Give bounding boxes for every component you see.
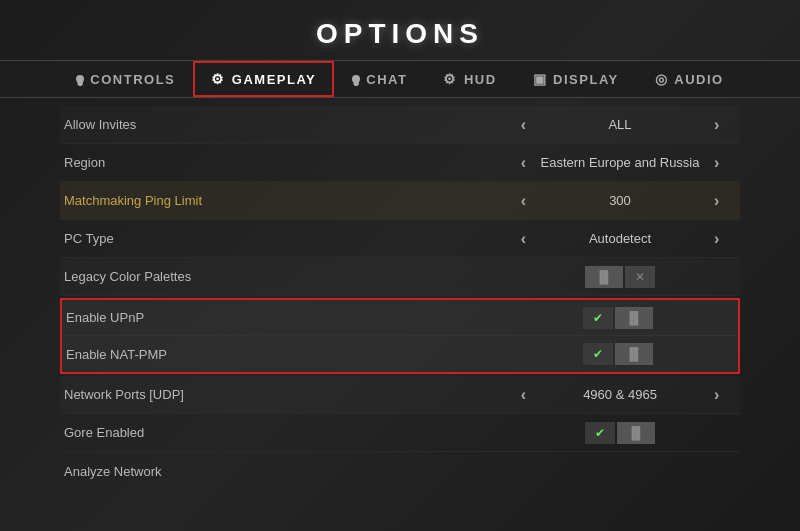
gore-enabled-control: ✔ ▐▌ (500, 422, 740, 444)
matchmaking-ping-row: Matchmaking Ping Limit ‹ 300 › (60, 182, 740, 220)
region-control: ‹ Eastern Europe and Russia › (500, 150, 740, 176)
display-icon: ▣ (533, 71, 548, 87)
matchmaking-ping-value: 300 (540, 193, 700, 208)
nav-display[interactable]: ▣ DISPLAY (515, 61, 637, 97)
enable-nat-label: Enable NAT-PMP (62, 347, 498, 362)
pc-type-left[interactable]: ‹ (513, 226, 534, 252)
nav-hud[interactable]: ⚙ HUD (425, 61, 514, 97)
region-value: Eastern Europe and Russia (540, 155, 700, 170)
matchmaking-ping-right[interactable]: › (706, 188, 727, 214)
network-ports-label: Network Ports [UDP] (60, 387, 500, 402)
nav-controls-label: CONTROLS (90, 72, 175, 87)
allow-invites-row: Allow Invites ‹ ALL › (60, 106, 740, 144)
gear-icon: ⚙ (211, 71, 226, 87)
matchmaking-ping-label: Matchmaking Ping Limit (60, 193, 500, 208)
network-ports-left[interactable]: ‹ (513, 382, 534, 408)
enable-nat-control: ✔ ▐▌ (498, 343, 738, 365)
nav-hud-label: HUD (464, 72, 497, 87)
region-row: Region ‹ Eastern Europe and Russia › (60, 144, 740, 182)
dot-icon-chat: ● (352, 75, 360, 83)
matchmaking-ping-left[interactable]: ‹ (513, 188, 534, 214)
region-left[interactable]: ‹ (513, 150, 534, 176)
pc-type-row: PC Type ‹ Autodetect › (60, 220, 740, 258)
hud-icon: ⚙ (443, 71, 458, 87)
page-title: OPTIONS (0, 0, 800, 60)
pc-type-value: Autodetect (540, 231, 700, 246)
network-ports-right[interactable]: › (706, 382, 727, 408)
network-ports-control: ‹ 4960 & 4965 › (500, 382, 740, 408)
legacy-color-toggle-off[interactable]: ✕ (625, 266, 655, 288)
region-right[interactable]: › (706, 150, 727, 176)
enable-nat-row: Enable NAT-PMP ✔ ▐▌ (62, 336, 738, 372)
allow-invites-right[interactable]: › (706, 112, 727, 138)
nav-chat[interactable]: ● CHAT (334, 62, 425, 97)
gore-enabled-label: Gore Enabled (60, 425, 500, 440)
analyze-network-label: Analyze Network (60, 464, 740, 479)
nav-controls[interactable]: ● CONTROLS (58, 62, 193, 97)
enable-nat-toggle-on[interactable]: ✔ (583, 343, 613, 365)
analyze-network-row: Analyze Network (60, 452, 740, 490)
region-label: Region (60, 155, 500, 170)
gore-toggle-off[interactable]: ▐▌ (617, 422, 654, 444)
audio-icon: ◎ (655, 71, 669, 87)
allow-invites-left[interactable]: ‹ (513, 112, 534, 138)
enable-upnp-toggle-off[interactable]: ▐▌ (615, 307, 652, 329)
enable-upnp-control: ✔ ▐▌ (498, 307, 738, 329)
network-ports-value: 4960 & 4965 (540, 387, 700, 402)
allow-invites-label: Allow Invites (60, 117, 500, 132)
network-ports-row: Network Ports [UDP] ‹ 4960 & 4965 › (60, 376, 740, 414)
nav-bar: ● CONTROLS ⚙ GAMEPLAY ● CHAT ⚙ HUD ▣ DIS… (0, 60, 800, 98)
dot-icon: ● (76, 75, 84, 83)
nav-chat-label: CHAT (366, 72, 407, 87)
upnp-nat-group: Enable UPnP ✔ ▐▌ Enable NAT-PMP ✔ ▐▌ (60, 298, 740, 374)
allow-invites-control: ‹ ALL › (500, 112, 740, 138)
gore-toggle-on[interactable]: ✔ (585, 422, 615, 444)
nav-gameplay-label: GAMEPLAY (232, 72, 316, 87)
pc-type-control: ‹ Autodetect › (500, 226, 740, 252)
pc-type-right[interactable]: › (706, 226, 727, 252)
gore-enabled-row: Gore Enabled ✔ ▐▌ (60, 414, 740, 452)
enable-upnp-toggle-on[interactable]: ✔ (583, 307, 613, 329)
matchmaking-ping-control: ‹ 300 › (500, 188, 740, 214)
nav-gameplay[interactable]: ⚙ GAMEPLAY (193, 61, 334, 97)
legacy-color-toggle-on[interactable]: ▐▌ (585, 266, 622, 288)
enable-upnp-row: Enable UPnP ✔ ▐▌ (62, 300, 738, 336)
pc-type-label: PC Type (60, 231, 500, 246)
nav-audio-label: AUDIO (674, 72, 723, 87)
legacy-color-row: Legacy Color Palettes ▐▌ ✕ (60, 258, 740, 296)
legacy-color-control: ▐▌ ✕ (500, 266, 740, 288)
nav-audio[interactable]: ◎ AUDIO (637, 61, 742, 97)
legacy-color-label: Legacy Color Palettes (60, 269, 500, 284)
settings-content: Allow Invites ‹ ALL › Region ‹ Eastern E… (0, 102, 800, 494)
nav-display-label: DISPLAY (553, 72, 619, 87)
enable-nat-toggle-off[interactable]: ▐▌ (615, 343, 652, 365)
allow-invites-value: ALL (540, 117, 700, 132)
enable-upnp-label: Enable UPnP (62, 310, 498, 325)
